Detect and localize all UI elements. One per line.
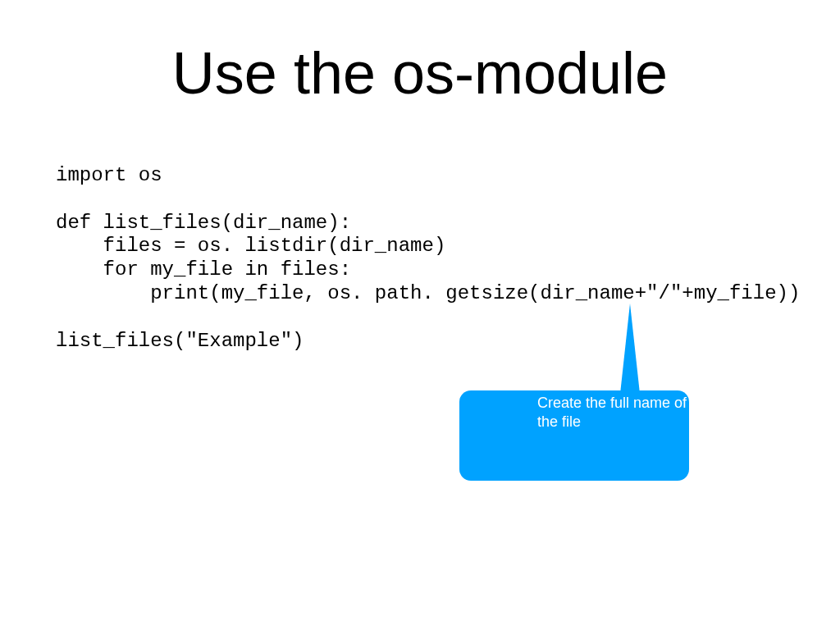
code-block: import os def list_files(dir_name): file…	[56, 164, 800, 353]
slide: Use the os-module import os def list_fil…	[0, 0, 840, 630]
code-line: def list_files(dir_name):	[56, 212, 351, 234]
code-line: print(my_file, os. path. getsize(dir_nam…	[56, 282, 800, 304]
callout-pointer	[620, 304, 640, 394]
code-line: list_files("Example")	[56, 330, 304, 352]
slide-title: Use the os-module	[0, 39, 840, 107]
code-line: import os	[56, 164, 162, 186]
callout-line: the file	[537, 413, 581, 430]
callout-text: Create the full name of the file	[537, 394, 687, 432]
code-line: for my_file in files:	[56, 258, 351, 281]
code-line: files = os. listdir(dir_name)	[56, 235, 445, 257]
callout-line: Create the full name of	[537, 395, 687, 411]
